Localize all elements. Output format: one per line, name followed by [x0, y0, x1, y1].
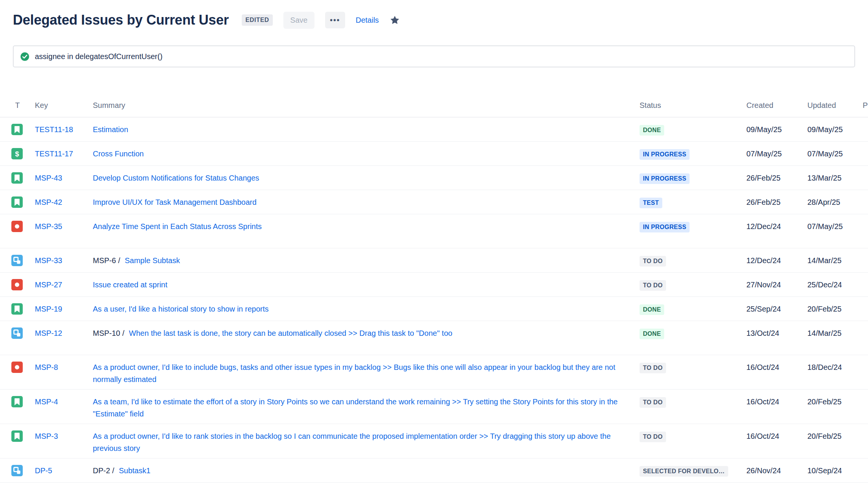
issue-summary-link[interactable]: Cross Function [93, 150, 144, 158]
column-header-updated[interactable]: Updated [804, 101, 859, 110]
column-header-type[interactable]: T [11, 101, 35, 110]
bug-icon [11, 221, 23, 232]
created-date: 09/May/25 [743, 117, 804, 139]
issue-summary-cell: Improve UI/UX for Task Management Dashbo… [93, 190, 636, 212]
table-header: T Key Summary Status Created Updated P [0, 94, 868, 117]
issue-summary-cell: Analyze Time Spent in Each Status Across… [93, 214, 636, 236]
issue-summary-cell: Develop Custom Notifications for Status … [93, 166, 636, 188]
dollar-icon: $ [11, 148, 23, 159]
table-row: MSP-33 MSP-6 /Sample Subtask TO DO 12/De… [0, 248, 868, 273]
issue-type-cell [11, 117, 35, 139]
issue-key-cell: MSP-35 [35, 214, 93, 236]
issue-key-link[interactable]: DP-5 [35, 466, 52, 475]
save-button[interactable]: Save [283, 12, 314, 29]
column-header-summary[interactable]: Summary [93, 101, 636, 110]
more-options-button[interactable]: ••• [325, 12, 345, 28]
updated-date: 07/May/25 [804, 214, 859, 236]
updated-date: 20/Feb/25 [804, 424, 859, 446]
issue-summary-link[interactable]: Develop Custom Notifications for Status … [93, 174, 259, 182]
issue-status-cell: TO DO [636, 390, 743, 412]
edited-badge: EDITED [242, 14, 273, 26]
issue-key-link[interactable]: MSP-42 [35, 198, 62, 206]
table-row: DP-5 DP-2 /Subtask1 SELECTED FOR DEVELO…… [0, 458, 868, 483]
table-row: MSP-3 As a product owner, I'd like to ra… [0, 424, 868, 458]
table-row: MSP-43 Develop Custom Notifications for … [0, 166, 868, 190]
issue-key-link[interactable]: MSP-8 [35, 363, 58, 371]
issue-type-cell [11, 166, 35, 187]
story-icon [11, 430, 23, 442]
updated-date: 09/May/25 [804, 117, 859, 139]
issue-key-link[interactable]: MSP-3 [35, 432, 58, 440]
story-icon [11, 303, 23, 315]
column-header-created[interactable]: Created [743, 101, 804, 110]
issue-type-cell [11, 424, 35, 446]
issue-key-link[interactable]: MSP-27 [35, 281, 62, 289]
priority-cell [859, 458, 868, 468]
subtask-icon [11, 327, 23, 339]
created-date: 16/Oct/24 [743, 355, 804, 377]
ellipsis-icon: ••• [330, 16, 340, 25]
status-badge: IN PROGRESS [640, 222, 690, 232]
issues-table: T Key Summary Status Created Updated P T… [0, 94, 868, 483]
issue-summary-link[interactable]: Subtask1 [119, 466, 150, 475]
issue-summary-link[interactable]: When the last task is done, the story ca… [129, 329, 452, 337]
issue-key-link[interactable]: TEST11-18 [35, 125, 73, 134]
jql-search-input[interactable]: assignee in delegatesOfCurrentUser() [13, 45, 855, 67]
story-icon [11, 196, 23, 208]
issue-summary-link[interactable]: As a product owner, I'd like to rank sto… [93, 432, 611, 452]
issue-summary-cell: MSP-6 /Sample Subtask [93, 248, 636, 270]
issue-summary-link[interactable]: Improve UI/UX for Task Management Dashbo… [93, 198, 256, 206]
priority-cell [859, 142, 868, 151]
table-row: MSP-27 Issue created at sprint TO DO 27/… [0, 273, 868, 297]
priority-cell [859, 424, 868, 434]
issue-summary-link[interactable]: As a user, I'd like a historical story t… [93, 305, 269, 313]
created-date: 07/May/25 [743, 142, 804, 164]
issue-type-cell [11, 458, 35, 480]
updated-date: 28/Apr/25 [804, 190, 859, 212]
issue-summary-link[interactable]: Analyze Time Spent in Each Status Across… [93, 222, 262, 231]
issue-summary-cell: As a product owner, I'd like to include … [93, 355, 636, 389]
issue-key-link[interactable]: MSP-43 [35, 174, 62, 182]
column-header-status[interactable]: Status [636, 101, 743, 110]
issue-summary-cell: Estimation [93, 117, 636, 139]
issue-status-cell: DONE [636, 117, 743, 139]
created-date: 25/Sep/24 [743, 297, 804, 319]
status-badge: TO DO [640, 397, 666, 408]
issue-key-link[interactable]: TEST11-17 [35, 150, 73, 158]
issue-status-cell: TO DO [636, 355, 743, 377]
issue-summary-link[interactable]: Estimation [93, 125, 128, 134]
issue-status-cell: SELECTED FOR DEVELO… [636, 458, 743, 480]
updated-date: 25/Dec/24 [804, 273, 859, 295]
issue-summary-cell: As a product owner, I'd like to rank sto… [93, 424, 636, 458]
table-row: MSP-42 Improve UI/UX for Task Management… [0, 190, 868, 214]
issue-key-link[interactable]: MSP-33 [35, 256, 62, 265]
issue-summary-cell: MSP-10 /When the last task is done, the … [93, 321, 636, 343]
issue-summary-cell: As a user, I'd like a historical story t… [93, 297, 636, 319]
issue-type-cell [11, 390, 35, 411]
issue-summary-link[interactable]: Issue created at sprint [93, 281, 167, 289]
column-header-priority[interactable]: P [859, 101, 868, 110]
created-date: 12/Dec/24 [743, 248, 804, 270]
table-row: MSP-4 As a team, I'd like to estimate th… [0, 390, 868, 424]
issue-key-cell: MSP-19 [35, 297, 93, 319]
created-date: 26/Feb/25 [743, 190, 804, 212]
issue-key-cell: MSP-8 [35, 355, 93, 377]
status-badge: IN PROGRESS [640, 149, 690, 160]
issue-summary-link[interactable]: Sample Subtask [125, 256, 180, 265]
issue-summary-link[interactable]: As a team, I'd like to estimate the effo… [93, 398, 618, 418]
updated-date: 18/Dec/24 [804, 355, 859, 377]
updated-date: 20/Feb/25 [804, 390, 859, 412]
favorite-button[interactable] [389, 15, 400, 25]
issue-key-link[interactable]: MSP-4 [35, 398, 58, 406]
issue-key-link[interactable]: MSP-35 [35, 222, 62, 231]
priority-cell [859, 390, 868, 399]
issue-key-link[interactable]: MSP-19 [35, 305, 62, 313]
issue-summary-link[interactable]: As a product owner, I'd like to include … [93, 363, 615, 384]
issue-key-link[interactable]: MSP-12 [35, 329, 62, 337]
details-link[interactable]: Details [356, 16, 379, 25]
issue-type-cell [11, 190, 35, 212]
issue-status-cell: TO DO [636, 248, 743, 270]
status-badge: IN PROGRESS [640, 173, 690, 184]
column-header-key[interactable]: Key [35, 101, 93, 110]
status-badge: SELECTED FOR DEVELO… [640, 466, 728, 477]
